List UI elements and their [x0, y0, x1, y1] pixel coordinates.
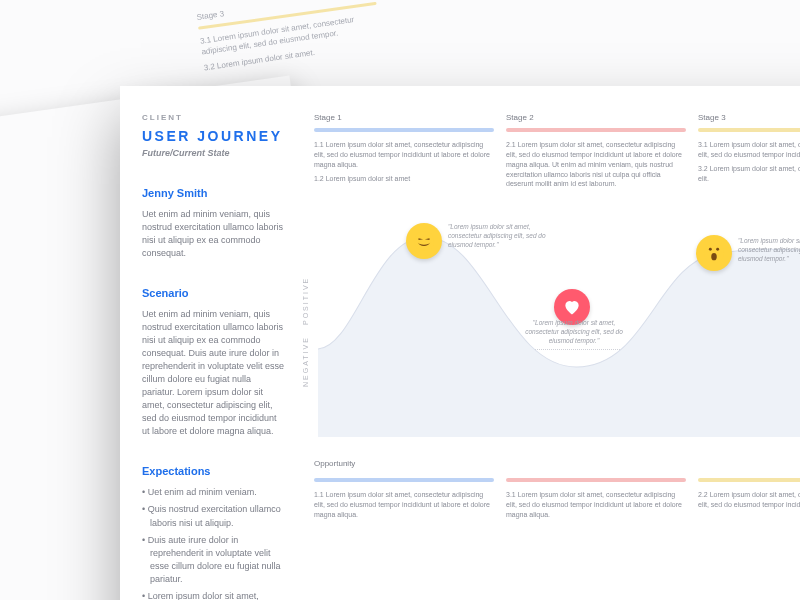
opportunity-col: 1.1 Lorem ipsum dolor sit amet, consecte…	[314, 478, 494, 523]
journey-quote: "Lorem ipsum dolor sit amet, consectetur…	[738, 237, 800, 263]
laugh-emoji-icon	[406, 223, 442, 259]
stage-col: Stage 2 2.1 Lorem ipsum dolor sit amet, …	[506, 112, 686, 193]
bg-text: 4.1 Lorem ipsum dolor sit amet, consecte…	[415, 0, 595, 2]
stage-bar	[506, 128, 686, 132]
page-subtitle: Future/Current State	[142, 147, 286, 160]
stage-row: Stage 1 1.1 Lorem ipsum dolor sit amet, …	[314, 112, 800, 193]
expectations-heading: Expectations	[142, 464, 286, 480]
journey-quote: "Lorem ipsum dolor sit amet, consectetur…	[448, 223, 558, 249]
expectation-item: • Duis aute irure dolor in reprehenderit…	[142, 534, 286, 586]
sidebar: CLIENT USER JOURNEY Future/Current State…	[120, 86, 308, 600]
opportunity-row: 1.1 Lorem ipsum dolor sit amet, consecte…	[314, 478, 800, 523]
stage-text: 1.2 Lorem ipsum dolor sit amet	[314, 174, 494, 184]
svg-point-3	[709, 248, 712, 251]
page-title: USER JOURNEY	[142, 126, 286, 146]
svg-point-2	[711, 253, 717, 260]
expectation-item: • Uet enim ad minim veniam.	[142, 486, 286, 499]
stage-col: Stage 1 1.1 Lorem ipsum dolor sit amet, …	[314, 112, 494, 193]
stage-label: Stage 2	[506, 112, 686, 123]
opportunity-text: 1.1 Lorem ipsum dolor sit amet, consecte…	[314, 490, 494, 519]
svg-point-0	[414, 231, 434, 251]
opportunity-col: 2.2 Lorem ipsum dolor sit amet, consecte…	[698, 478, 800, 523]
stage-text: 2.1 Lorem ipsum dolor sit amet, consecte…	[506, 140, 686, 189]
persona-heading: Jenny Smith	[142, 186, 286, 202]
main-panel: Stage 1 1.1 Lorem ipsum dolor sit amet, …	[308, 86, 800, 600]
opportunity-text: 3.1 Lorem ipsum dolor sit amet, consecte…	[506, 490, 686, 519]
expectation-item: • Quis nostrud exercitation ullamco labo…	[142, 503, 286, 529]
opportunity-text: 2.2 Lorem ipsum dolor sit amet, consecte…	[698, 490, 800, 510]
emotion-chart: POSITIVE NEGATIVE "Lorem ipsum dolor sit…	[314, 217, 800, 437]
opportunity-bar	[314, 478, 494, 482]
opportunity-heading: Opportunity	[314, 459, 800, 468]
client-label: CLIENT	[142, 112, 286, 124]
journey-quote: "Lorem ipsum dolor sit amet, consectetur…	[519, 319, 629, 345]
scenario-heading: Scenario	[142, 286, 286, 302]
expectation-item: • Lorem ipsum dolor sit amet, consectetu…	[142, 590, 286, 600]
opportunity-col: 3.1 Lorem ipsum dolor sit amet, consecte…	[506, 478, 686, 523]
stage-bar	[314, 128, 494, 132]
stage-bar	[698, 128, 800, 132]
opportunity-bar	[698, 478, 800, 482]
stage-text: 3.2 Lorem ipsum dolor sit amet, consecte…	[698, 164, 800, 184]
axis-positive: POSITIVE	[302, 277, 309, 325]
stage-text: 3.1 Lorem ipsum dolor sit amet, consecte…	[698, 140, 800, 160]
journey-document: CLIENT USER JOURNEY Future/Current State…	[120, 86, 800, 600]
stage-col: Stage 3 3.1 Lorem ipsum dolor sit amet, …	[698, 112, 800, 193]
axis-negative: NEGATIVE	[302, 336, 309, 387]
persona-body: Uet enim ad minim veniam, quis nostrud e…	[142, 208, 286, 260]
stage-label: Stage 3	[698, 112, 800, 123]
stage-label: Stage 1	[314, 112, 494, 123]
wow-emoji-icon	[696, 235, 732, 271]
opportunity-bar	[506, 478, 686, 482]
stage-text: 1.1 Lorem ipsum dolor sit amet, consecte…	[314, 140, 494, 169]
svg-point-4	[716, 248, 719, 251]
scenario-body: Uet enim ad minim veniam, quis nostrud e…	[142, 308, 286, 438]
